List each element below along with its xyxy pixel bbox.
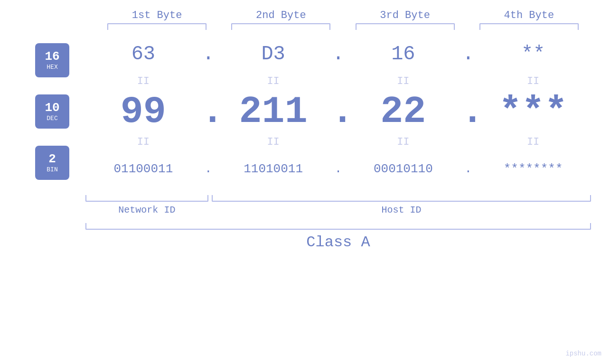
dec-val-2: 211 <box>216 90 331 133</box>
values-grid: 63 . D3 . 16 . ** II II II II 99 <box>85 30 591 193</box>
top-bracket-3 <box>356 23 455 30</box>
hex-dot-3: . <box>461 43 475 65</box>
byte-label-2: 2nd Byte <box>219 9 343 21</box>
bottom-bracket-net <box>85 195 208 202</box>
badge-dec-num: 10 <box>45 101 59 115</box>
eq-row-2: II II II II <box>85 135 591 149</box>
class-section: Class A <box>19 223 591 251</box>
main-container: 1st Byte 2nd Byte 3rd Byte 4th Byte 16 H… <box>0 0 610 364</box>
top-bracket-4 <box>479 23 579 30</box>
byte-label-3: 3rd Byte <box>343 9 467 21</box>
eq-2-3: II <box>346 136 461 148</box>
bin-dot-3: . <box>461 162 475 176</box>
hex-val-3: 16 <box>346 43 461 65</box>
eq-row-1: II II II II <box>85 75 591 88</box>
top-bracket-2 <box>231 23 330 30</box>
top-bracket-row <box>19 23 591 30</box>
eq-2-4: II <box>475 136 591 148</box>
bracket-cell-1 <box>95 23 219 30</box>
bottom-section: Network ID Host ID <box>19 195 591 215</box>
bin-row: 01100011 . 11010011 . 00010110 . *******… <box>85 149 591 194</box>
dec-dot-3: . <box>461 90 475 133</box>
dec-row: 99 . 211 . 22 . *** <box>85 88 591 135</box>
badge-dec-label: DEC <box>47 115 57 122</box>
bracket-cell-2 <box>219 23 343 30</box>
hex-val-4: ** <box>475 43 591 65</box>
host-id-label: Host ID <box>212 205 591 215</box>
eq-1-4: II <box>475 75 591 87</box>
hex-dot-1: . <box>201 43 216 65</box>
class-label: Class A <box>85 233 591 251</box>
bin-val-2: 11010011 <box>216 162 331 176</box>
badge-bin-label: BIN <box>47 166 57 173</box>
hex-row: 63 . D3 . 16 . ** <box>85 30 591 75</box>
bin-val-3: 00010110 <box>346 162 461 176</box>
eq-1-3: II <box>346 75 461 87</box>
bracket-cell-4 <box>467 23 591 30</box>
bin-dot-2: . <box>331 162 346 176</box>
byte-label-4: 4th Byte <box>467 9 591 21</box>
dec-val-4: *** <box>475 90 591 133</box>
dec-val-1: 99 <box>85 90 201 133</box>
badge-hex-label: HEX <box>47 64 57 71</box>
dec-dot-2: . <box>331 90 346 133</box>
hex-dot-2: . <box>331 43 346 65</box>
eq-2-1: II <box>85 136 201 148</box>
badge-bin-num: 2 <box>48 152 56 166</box>
badges-column: 16 HEX 10 DEC 2 BIN <box>19 30 85 193</box>
byte-label-1: 1st Byte <box>95 9 219 21</box>
badge-hex-num: 16 <box>45 50 59 64</box>
content-area: 16 HEX 10 DEC 2 BIN 63 . D3 . 16 . ** <box>19 30 591 193</box>
badge-bin: 2 BIN <box>35 146 69 180</box>
dec-dot-1: . <box>201 90 216 133</box>
network-id-label: Network ID <box>85 205 208 215</box>
eq-1-1: II <box>85 75 201 87</box>
hex-val-2: D3 <box>216 43 331 65</box>
watermark: ipshu.com <box>565 350 601 357</box>
badge-hex: 16 HEX <box>35 43 69 77</box>
badge-dec: 10 DEC <box>35 94 69 129</box>
header-row: 1st Byte 2nd Byte 3rd Byte 4th Byte <box>19 9 591 21</box>
bottom-labels: Network ID Host ID <box>85 205 591 215</box>
bin-val-4: ******** <box>475 162 591 176</box>
eq-1-2: II <box>216 75 331 87</box>
bin-val-1: 01100011 <box>85 162 201 176</box>
bin-dot-1: . <box>201 162 216 176</box>
bracket-cell-3 <box>343 23 467 30</box>
class-outer-bracket <box>85 223 591 230</box>
dec-val-3: 22 <box>346 90 461 133</box>
bottom-brackets <box>85 195 591 202</box>
top-bracket-1 <box>107 23 206 30</box>
bottom-bracket-host <box>212 195 591 202</box>
eq-2-2: II <box>216 136 331 148</box>
hex-val-1: 63 <box>85 43 201 65</box>
